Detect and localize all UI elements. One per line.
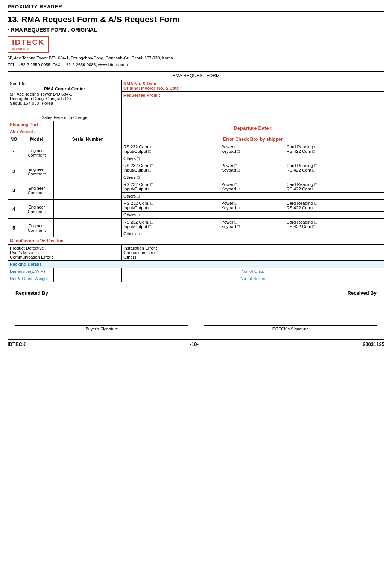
rma-control-center: RMA Control Center (10, 87, 119, 91)
row3-rs232: RS 232 Com. □Input/Output □ (122, 181, 219, 193)
row5-others: Others □ : (122, 230, 384, 237)
logo-box: IDTECK proximity (8, 36, 49, 53)
row3-card: Card Reading □RS 422 Com □ (284, 181, 384, 193)
manufacture-header-row: Manufacture's Verification (8, 237, 384, 245)
rma-no-date: RMA No. & Date : (123, 81, 382, 86)
logo-text: IDTECK (12, 38, 44, 47)
row3-others: Others □ : (122, 193, 384, 200)
send-to-cell: Send To RMA Control Center 5F, Ace Techn… (8, 80, 122, 114)
row4-power: Power □Keypad □ (219, 200, 284, 212)
row5-no: 5 (8, 219, 20, 237)
row1-no: 1 (8, 143, 20, 162)
col-no: NO (8, 135, 20, 143)
company-info: 5F, Ace Techno Tower B/D, 684-1, Deungch… (8, 55, 384, 68)
signature-row: Requested By Buyer's Signature Received … (8, 286, 384, 335)
received-by-cell: Received By IDTECK's Signature (196, 286, 384, 335)
row3-power: Power □Keypad □ (219, 181, 284, 193)
buyers-signature: Buyer's Signature (15, 325, 188, 331)
no-of-units: No. of Units (122, 268, 384, 275)
logo-sub: proximity (12, 47, 44, 50)
row1-model: EngineerComment (20, 143, 54, 162)
row2-card: Card Reading □RS 422 Com □ (284, 162, 384, 174)
original-invoice: Original Invoice No. & Date : (123, 86, 382, 90)
row3-no: 3 (8, 181, 20, 200)
address2: Deungchon-Dong, Gangsuh-Gu (10, 96, 71, 101)
rma-no-cell: RMA No. & Date : Original Invoice No. & … (122, 80, 384, 92)
row1-rs232: RS 232 Com. □Input/Output □ (122, 143, 219, 155)
shipping-port-label: Shipping Port : (8, 121, 54, 128)
row2-serial (54, 162, 122, 181)
net-gross-label: Net & Gross Weight : (8, 275, 54, 282)
row4-others: Others □ : (122, 212, 384, 219)
row2-model: EngineerComment (20, 162, 54, 181)
address3: Seoul, 157-030, Korea (10, 101, 53, 105)
air-vessel-label: Air / Vessel : (8, 128, 54, 135)
footer-left: IDTECK (8, 341, 26, 347)
table-row: 2 EngineerComment RS 232 Com. □Input/Out… (8, 162, 384, 174)
row2-no: 2 (8, 162, 20, 181)
shipping-row: Shipping Port : Departure Date : (8, 121, 384, 128)
requested-from-cell: Requested From : (122, 92, 384, 114)
column-header-row: NO Model Serial Number Error Check Box b… (8, 135, 384, 143)
form-title-row: RMA REQUEST FORM (8, 72, 384, 80)
send-to-row: Send To RMA Control Center 5F, Ace Techn… (8, 80, 384, 92)
row2-rs232: RS 232 Com. □Input/Output □ (122, 162, 219, 174)
row4-rs232: RS 232 Com. □Input/Output □ (122, 200, 219, 212)
connection-error: Connection Error : (123, 250, 382, 255)
send-to-label: Send To (10, 81, 26, 86)
row1-others: Others □ : (122, 155, 384, 162)
requested-from-space (122, 114, 384, 121)
row3-serial (54, 181, 122, 200)
row5-card: Card Reading □RS 422 Com □ (284, 219, 384, 230)
dimension-value (54, 268, 122, 275)
header-title: PROXIMITY READER (8, 4, 62, 9)
table-row: 4 EngineerComment RS 232 Com. □Input/Out… (8, 200, 384, 212)
logo-area: IDTECK proximity (8, 36, 384, 53)
requested-from-label: Requested From : (123, 93, 382, 97)
others-right: Others : (123, 255, 382, 259)
footer-center: -10- (190, 341, 199, 347)
row5-rs232: RS 232 Com. □Input/Output □ (122, 219, 219, 230)
dimension-label: Dimension(L:W:H) : (8, 268, 54, 275)
rma-form-table: RMA REQUEST FORM Send To RMA Control Cen… (8, 71, 384, 282)
col-model: Model (20, 135, 54, 143)
departure-date-cell: Departure Date : (122, 121, 384, 135)
col-error-check: Error Check Box by shipper (122, 135, 384, 143)
table-row: 5 EngineerComment RS 232 Com. □Input/Out… (8, 219, 384, 230)
address1: 5F, Ace Techno Tower B/D 684-1, (10, 92, 74, 96)
row4-card: Card Reading □RS 422 Com □ (284, 200, 384, 212)
manufacture-details-row: Product Defective : User's Misuse : Comm… (8, 245, 384, 261)
requested-by-label: Requested By (15, 290, 188, 296)
address-line1: 5F, Ace Techno Tower B/D, 684-1, Deungch… (8, 55, 384, 62)
idteck-signature: IDTECK's Signature (204, 325, 377, 331)
table-row: 1 EngineerComment RS 232 Com. □Input/Out… (8, 143, 384, 155)
row3-model: EngineerComment (20, 181, 54, 200)
received-by-label: Received By (204, 290, 377, 296)
row5-model: EngineerComment (20, 219, 54, 237)
bullet-label: • RMA REQUEST FORM : ORIGINAL (8, 27, 384, 33)
row1-card: Card Reading □RS 422 Com □ (284, 143, 384, 155)
row4-no: 4 (8, 200, 20, 219)
sales-person-row: Sales Person In Charge (8, 114, 384, 121)
page-header: PROXIMITY READER (8, 4, 384, 12)
users-misuse: User's Misuse : (10, 250, 119, 255)
requested-by-cell: Requested By Buyer's Signature (8, 286, 196, 335)
packing-header-row: Packing Details (8, 261, 384, 268)
row5-power: Power □Keypad □ (219, 219, 284, 230)
net-gross-value (54, 275, 122, 282)
signature-table: Requested By Buyer's Signature Received … (8, 286, 384, 335)
communication-error: Communication Error : (10, 255, 119, 259)
installation-error: Installation Error : (123, 246, 382, 250)
row1-power: Power □Keypad □ (219, 143, 284, 155)
row2-power: Power □Keypad □ (219, 162, 284, 174)
row1-serial (54, 143, 122, 162)
col-serial: Serial Number (54, 135, 122, 143)
packing-details-row: Dimension(L:W:H) : No. of Units (8, 268, 384, 275)
doc-title: 13. RMA Request Form & A/S Request Form (8, 15, 384, 24)
row5-serial (54, 219, 122, 237)
row2-others: Others □ : (122, 174, 384, 181)
packing-weight-row: Net & Gross Weight : No. of Boxes (8, 275, 384, 282)
product-defective: Product Defective : (10, 246, 119, 250)
no-of-boxes: No. of Boxes (122, 275, 384, 282)
shipping-port-value (54, 121, 122, 128)
